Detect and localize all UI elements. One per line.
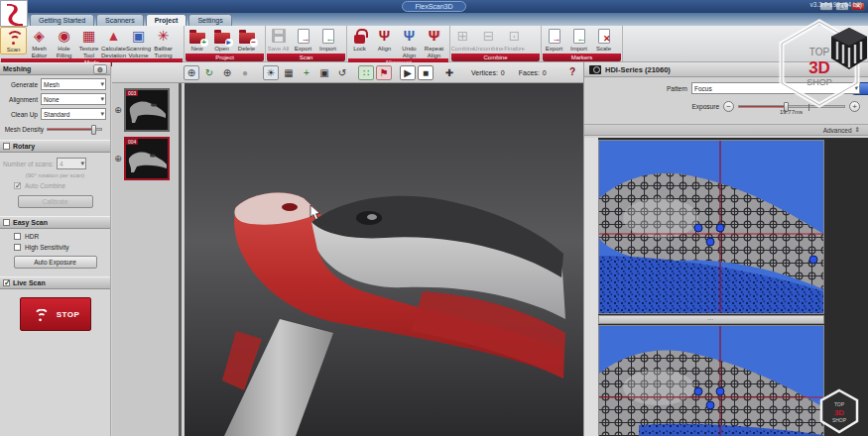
save-all-button: Save All [266,27,291,53]
group-label-project: Project [186,54,264,61]
mesh-density-slider-thumb[interactable] [91,125,96,135]
delete-project-button[interactable]: − Delete [234,27,259,53]
grid-toggle-icon[interactable]: ▦ [281,65,297,80]
scan-list-item[interactable]: ⊕ 003 [112,88,179,132]
ribbon-group-combine: Combine Uncombine Finalize Combine [450,26,542,61]
play-scan-icon[interactable]: ▶ [400,65,416,80]
alignment-dropdown[interactable]: None [41,93,106,105]
tab-getting-started[interactable]: Getting Started [30,14,94,26]
advanced-expander[interactable]: Advanced ⇕ [584,124,868,136]
repeat-align-button[interactable]: Repeat Align [422,27,446,58]
rotary-checkbox[interactable] [3,143,10,150]
help-button[interactable]: ? [569,66,575,77]
scanner-controls: Pattern Focus Exposure − + 19.77ms [584,77,868,124]
hdr-checkbox[interactable] [14,233,21,240]
exposure-decrease-button[interactable]: − [723,101,734,112]
import-markers-button[interactable]: Import [566,27,591,53]
calculate-deviation-button[interactable]: Calculate Deviation [101,27,126,58]
tab-scanners[interactable]: Scanners [96,14,144,26]
scan-thumbnail-2[interactable]: 004 [124,137,170,180]
mesh-editor-icon [29,27,51,45]
easy-scan-section-header[interactable]: Easy Scan [0,216,110,229]
ribbon-group-mode: Scan Mesh Editor Hole Filling Texture To… [0,26,185,61]
mesh-editor-button[interactable]: Mesh Editor [27,27,52,58]
calculate-deviation-icon [103,27,125,45]
export-scan-button[interactable]: Export [291,27,315,53]
calibrate-button: Calibrate [18,195,93,208]
lock-button[interactable]: Lock [347,27,372,53]
import-scan-icon [322,29,334,44]
pan-tool-icon[interactable]: ⊕ [184,65,199,80]
mouse-cursor [310,204,321,221]
bounding-box-icon[interactable]: ▣ [316,65,332,80]
open-project-folder-icon: ▸ [214,33,230,44]
hole-filling-button[interactable]: Hole Filling [52,27,76,58]
easy-scan-checkbox[interactable] [3,219,10,226]
axes-toggle-icon[interactable]: + [299,65,314,80]
panel-pin-button[interactable]: ⚙ [93,64,107,74]
combine-icon [452,27,474,45]
number-of-scans-dropdown: 4 [57,158,86,169]
exposure-slider[interactable] [738,105,845,108]
app-logo [0,0,28,27]
ribbon: Scan Mesh Editor Hole Filling Texture To… [0,26,868,62]
stop-scan-icon[interactable]: ■ [418,65,434,80]
scan-tag: 003 [126,90,138,96]
ribbon-group-markers: Export Import Scale Markers [542,26,623,61]
import-scan-button[interactable]: Import [315,27,340,53]
new-project-button[interactable]: + New [185,27,209,53]
group-label-combine: Combine [451,54,540,61]
window-title: FlexScan3D [402,1,465,12]
ballbar-tuning-button[interactable]: Ballbar Tuning [151,27,176,58]
reset-view-icon[interactable]: ↺ [334,65,350,80]
lighting-toggle-icon[interactable]: ☀ [263,65,279,80]
undo-align-icon [399,27,421,45]
high-sensitivity-checkbox[interactable] [14,244,21,251]
marker-flag-icon[interactable]: ⚑ [376,65,392,80]
viewport-3d[interactable] [185,83,583,436]
live-scan-checkbox[interactable] [3,279,10,286]
camera-icon [589,65,601,74]
cleanup-dropdown[interactable]: Standard [41,108,106,120]
scan-list-item[interactable]: ⊕ 004 [112,137,179,180]
tab-settings[interactable]: Settings [188,14,231,26]
zoom-target-icon[interactable]: ⊕ [219,65,235,80]
vertices-value: 0 [501,69,505,76]
tab-project[interactable]: Project [146,14,187,26]
scan-visibility-icon[interactable]: ⊕ [112,154,124,164]
mesh-density-slider[interactable] [47,128,102,131]
scan-visibility-icon[interactable]: ⊕ [112,105,124,115]
title-bar: FlexScan3D — ▢ ✕ [0,0,868,13]
scan-thumbnail-1[interactable]: 003 [124,88,170,132]
repeat-align-icon [424,27,445,45]
orbit-tool-icon[interactable]: ↻ [201,65,217,80]
pattern-dropdown[interactable]: Focus [691,82,860,94]
point-display-icon[interactable]: ∷ [358,65,374,80]
scanning-volume-button[interactable]: Scanning Volume [126,27,151,58]
scan-mesh-render [185,83,583,436]
preview-splitter[interactable]: ⋯ [598,315,824,324]
scale-markers-icon [598,29,610,44]
version-label: v3.3.2.199 (64 bit) [810,1,862,8]
scan-button[interactable]: Scan [0,27,27,54]
align-button[interactable]: Align [372,27,397,53]
auto-combine-checkbox [14,182,21,189]
texture-tool-button[interactable]: Texture Tool [76,27,101,58]
move-cross-icon[interactable]: ✚ [441,65,457,80]
live-scan-section-header[interactable]: Live Scan [0,276,110,289]
lock-icon [354,35,365,44]
group-label-scan: Scan [267,54,345,61]
generate-dropdown[interactable]: Mesh [41,78,106,90]
rotary-section-header[interactable]: Rotary [0,140,110,153]
undo-align-button[interactable]: Undo Align [397,27,422,58]
stop-button[interactable]: STOP [20,297,91,331]
scale-markers-button[interactable]: Scale [591,27,616,53]
scan-tag: 004 [126,139,138,145]
auto-exposure-button[interactable]: Auto Exposure [14,256,97,269]
vertices-label: Vertices: [471,69,498,76]
meshing-section-header[interactable]: Meshing ⚙ [0,62,110,75]
export-markers-button[interactable]: Export [542,27,566,53]
open-project-button[interactable]: ▸ Open [209,27,234,53]
exposure-increase-button[interactable]: + [849,101,860,112]
finalize-icon [504,27,526,45]
